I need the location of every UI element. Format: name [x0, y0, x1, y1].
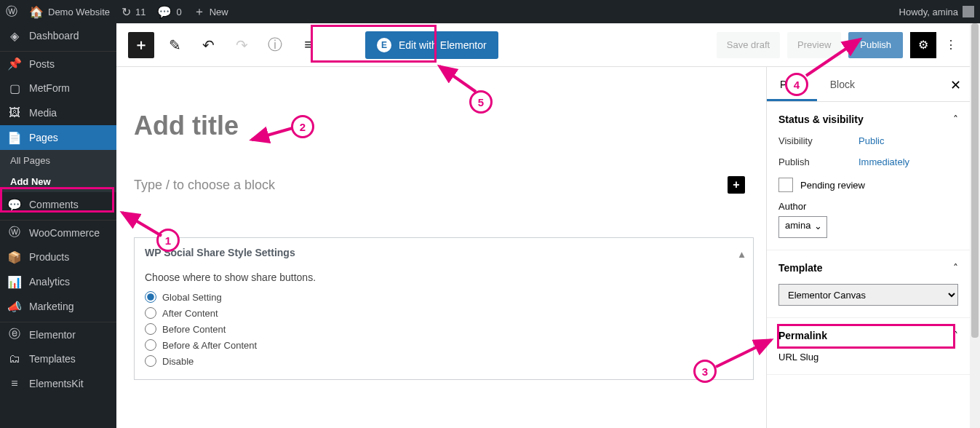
tools-button[interactable]: ✎: [162, 32, 188, 58]
elementskit-icon: ≡: [7, 376, 22, 391]
menu-woocommerce[interactable]: ⓦWooCommerce: [0, 220, 116, 245]
avatar-icon: [963, 6, 974, 17]
author-select[interactable]: amina: [778, 216, 827, 238]
updates-link[interactable]: ↻11: [116, 0, 151, 23]
close-icon: ✕: [950, 78, 961, 92]
undo-icon: ↶: [202, 36, 215, 54]
add-block-button[interactable]: ＋: [128, 32, 154, 58]
wpss-panel: WP Social Share Style Settings ▴ Choose …: [134, 237, 754, 380]
options-button[interactable]: ⋮: [944, 32, 958, 58]
scrollbar-thumb[interactable]: [971, 23, 979, 338]
menu-elementor[interactable]: ⓔElementor: [0, 322, 116, 346]
menu-analytics[interactable]: 📊Analytics: [0, 269, 116, 294]
gear-icon: ⚙: [918, 38, 928, 52]
menu-posts[interactable]: 📌Posts: [0, 51, 116, 76]
menu-products[interactable]: 📦Products: [0, 245, 116, 269]
menu-comments[interactable]: 💬Comments: [0, 192, 116, 217]
close-sidebar-button[interactable]: ✕: [950, 77, 961, 93]
section-status: Status & visibility ˄ VisibilityPublic P…: [767, 102, 970, 250]
comment-icon: 💬: [157, 5, 172, 19]
wpss-opt-before[interactable]: Before Content: [145, 321, 743, 337]
howdy-text: Howdy, amina: [899, 7, 958, 17]
wpss-opt-after[interactable]: After Content: [145, 305, 743, 321]
template-select[interactable]: Elementor Canvas: [778, 284, 958, 306]
tab-page[interactable]: Page: [767, 67, 817, 101]
wordpress-icon: ⓦ: [6, 4, 17, 20]
comment-icon: 💬: [7, 197, 22, 212]
tab-block[interactable]: Block: [817, 67, 868, 101]
list-icon: ≡: [304, 36, 313, 53]
outline-button[interactable]: ≡: [295, 32, 322, 58]
info-icon: ⓘ: [268, 35, 282, 55]
menu-metform[interactable]: ▢MetForm: [0, 76, 116, 100]
wpss-opt-disable[interactable]: Disable: [145, 353, 743, 369]
section-permalink: Permalink ˄ URL Slug: [767, 318, 970, 375]
author-label: Author: [778, 201, 958, 212]
menu-dashboard[interactable]: ◈Dashboard: [0, 23, 116, 48]
wpss-heading[interactable]: WP Social Share Style Settings ▴: [135, 238, 753, 267]
my-account[interactable]: Howdy, amina: [899, 6, 980, 17]
section-template-heading[interactable]: Template: [778, 262, 958, 274]
updates-count: 11: [135, 7, 146, 17]
wp-logo[interactable]: ⓦ: [0, 0, 23, 23]
caret-up-icon: ▴: [739, 248, 744, 260]
wpss-opt-both[interactable]: Before & After Content: [145, 337, 743, 353]
undo-button[interactable]: ↶: [195, 32, 221, 58]
elementor-icon: E: [377, 38, 391, 52]
refresh-icon: ↻: [121, 5, 131, 19]
new-content-link[interactable]: ＋New: [188, 0, 234, 23]
title-input[interactable]: Add title: [134, 111, 701, 141]
body-input[interactable]: Type / to choose a block: [134, 178, 728, 193]
preview-button[interactable]: Preview: [787, 32, 841, 58]
menu-templates[interactable]: 🗂Templates: [0, 346, 116, 371]
checkbox-icon[interactable]: [778, 178, 793, 192]
publish-button[interactable]: Publish: [848, 32, 903, 58]
visibility-value[interactable]: Public: [859, 135, 884, 146]
woocommerce-icon: ⓦ: [7, 226, 22, 240]
edit-with-elementor-button[interactable]: E Edit with Elementor: [365, 31, 498, 59]
url-slug-label: URL Slug: [778, 352, 958, 362]
comments-link[interactable]: 💬0: [151, 0, 187, 23]
pending-review-check[interactable]: Pending review: [778, 178, 958, 192]
submenu-add-new[interactable]: Add New: [0, 171, 116, 192]
wpss-prompt: Choose where to show share buttons.: [145, 272, 743, 283]
pencil-icon: ✎: [169, 36, 181, 54]
page-icon: 📄: [7, 130, 22, 145]
editor-toolbar: ＋ ✎ ↶ ↷ ⓘ ≡ E Edit with Elementor Save d…: [116, 23, 970, 67]
chevron-up-icon: ˄: [953, 114, 958, 125]
section-status-heading[interactable]: Status & visibility: [778, 114, 958, 125]
dashboard-icon: ◈: [7, 28, 22, 43]
redo-button[interactable]: ↷: [228, 32, 255, 58]
redo-icon: ↷: [236, 36, 248, 54]
site-name: Demo Website: [48, 7, 110, 17]
menu-media[interactable]: 🖼Media: [0, 100, 116, 125]
content-area: ＋ ✎ ↶ ↷ ⓘ ≡ E Edit with Elementor Save d…: [116, 23, 970, 428]
plus-icon: +: [733, 178, 739, 191]
marketing-icon: 📣: [7, 299, 22, 314]
dots-icon: ⋮: [945, 38, 957, 52]
details-button[interactable]: ⓘ: [262, 32, 288, 58]
publish-value[interactable]: Immediately: [859, 156, 909, 167]
new-label: New: [210, 7, 228, 17]
chevron-up-icon: ˄: [953, 330, 958, 341]
scrollbar[interactable]: [970, 23, 980, 428]
save-draft-button[interactable]: Save draft: [717, 32, 780, 58]
settings-button[interactable]: ⚙: [910, 32, 936, 58]
chevron-up-icon: ˄: [953, 262, 958, 274]
section-template: Template ˄ Elementor Canvas: [767, 250, 970, 318]
pin-icon: 📌: [7, 57, 22, 71]
insert-block-button[interactable]: +: [728, 176, 745, 194]
plus-icon: ＋: [194, 4, 205, 20]
site-name-link[interactable]: 🏠Demo Website: [23, 0, 116, 23]
metform-icon: ▢: [7, 81, 22, 95]
publish-label: Publish: [778, 156, 859, 167]
menu-marketing[interactable]: 📣Marketing: [0, 294, 116, 319]
submenu-all-pages[interactable]: All Pages: [0, 150, 116, 171]
menu-pages[interactable]: 📄Pages: [0, 125, 116, 150]
section-permalink-heading[interactable]: Permalink: [778, 330, 958, 341]
elementor-icon: ⓔ: [7, 328, 22, 342]
wp-admin-bar: ⓦ 🏠Demo Website ↻11 💬0 ＋New Howdy, amina: [0, 0, 980, 23]
menu-elementskit[interactable]: ≡ElementsKit: [0, 371, 116, 396]
sidebar-tabs: Page Block ✕: [767, 67, 970, 102]
wpss-opt-global[interactable]: Global Setting: [145, 289, 743, 305]
